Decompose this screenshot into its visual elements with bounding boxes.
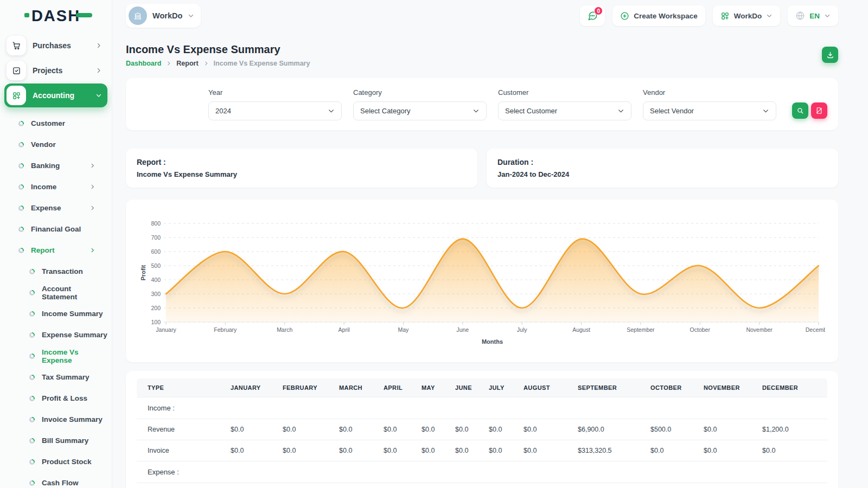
cell-value: $0.0 [278,440,335,461]
workspace-menu-button[interactable]: WorkDo [713,5,781,26]
chevron-down-icon [762,107,769,114]
cell-value: $0.0 [379,419,417,440]
sidebar-item-expense-summary[interactable]: Expense Summary [4,324,107,345]
page-title: Income Vs Expense Summary [126,43,310,56]
cell-value: $0.0 [417,440,451,461]
sidebar-item-transaction[interactable]: Transaction [4,261,107,282]
breadcrumb-dashboard[interactable]: Dashboard [126,60,161,67]
sidebar-item-expense[interactable]: Expense [4,197,107,219]
sidebar-item-label: Income Vs Expense [42,348,107,364]
sidebar-item-projects[interactable]: Projects [4,59,107,82]
sidebar-item-account-statement[interactable]: Account Statement [4,282,107,303]
page-title-block: Income Vs Expense Summary Dashboard Repo… [126,43,310,67]
cell-value: $0.0 [484,440,519,461]
income-vs-expense-chart: 800700600500400300200100JanuaryFebruaryM… [139,214,825,348]
cell-value: $0.0 [451,419,484,440]
bullet-icon [18,163,24,169]
sidebar-item-cash-flow[interactable]: Cash Flow [4,472,107,488]
create-workspace-label: Create Workspace [634,12,698,20]
sidebar-item-label: Cash Flow [42,479,79,487]
sidebar-item-banking[interactable]: Banking [4,155,107,176]
sidebar-item-product-stock[interactable]: Product Stock [4,451,107,472]
customer-select[interactable]: Select Customer [498,101,631,120]
notification-count-badge: 0 [594,7,603,15]
sidebar-item-tax-summary[interactable]: Tax Summary [4,367,107,388]
sidebar-item-label: Bill Summary [42,436,88,445]
chevron-down-icon [328,107,335,114]
cell-value: $0.0 [699,440,758,461]
chevron-right-icon [90,205,95,211]
sidebar-item-label: Transaction [42,267,83,275]
create-workspace-button[interactable]: Create Workspace [612,5,705,26]
svg-text:May: May [398,326,410,333]
apply-filter-button[interactable] [792,102,808,119]
sidebar-item-income-vs-expense[interactable]: Income Vs Expense [4,345,107,367]
app-logo[interactable]: DASH [31,7,80,25]
sidebar-item-invoice-summary[interactable]: Invoice Summary [4,409,107,430]
svg-text:100: 100 [151,319,161,325]
chevron-right-icon [95,42,102,49]
cell-value: $0.0 [519,419,573,440]
messages-button[interactable]: 0 [580,5,605,26]
svg-text:July: July [517,326,527,333]
workspace-switcher[interactable]: WorkDo [126,4,201,28]
logo-dash-accent [76,13,92,17]
bullet-icon [18,184,24,190]
svg-text:800: 800 [151,220,161,227]
income-expense-table: TYPE JANUARY FEBRUARY MARCH APRIL MAY JU… [137,378,827,483]
topbar: WorkDo 0 Create Workspace WorkDo [126,0,838,31]
bullet-icon [29,290,35,296]
bullet-icon [29,417,35,422]
main-content: WorkDo 0 Create Workspace WorkDo [112,0,868,488]
sidebar-item-purchases[interactable]: Purchases [4,34,107,57]
sidebar-menu: Purchases Projects Accounting [0,31,112,488]
sidebar-item-customer[interactable]: Customer [4,113,107,134]
sidebar-item-accounting[interactable]: Accounting [4,84,107,107]
bullet-icon [18,121,24,126]
sidebar-item-financial-goal[interactable]: Financial Goal [4,219,107,240]
language-label: EN [809,12,820,20]
svg-text:500: 500 [151,262,161,269]
vendor-select[interactable]: Select Vendor [643,101,776,120]
svg-text:November: November [746,326,773,333]
cell-value: $0.0 [758,440,827,461]
year-select[interactable]: 2024 [208,101,342,120]
category-select-value: Select Category [360,107,411,115]
sidebar-item-report[interactable]: Report [4,240,107,261]
sidebar-item-income-summary[interactable]: Income Summary [4,303,107,324]
chevron-down-icon [824,12,831,19]
cell-value: $313,320.5 [573,440,646,461]
reset-filter-button[interactable] [811,102,827,119]
sidebar-item-label: Banking [31,162,60,170]
customer-select-value: Select Customer [505,107,557,115]
svg-text:200: 200 [151,305,161,311]
bullet-icon [29,311,35,317]
bullet-icon [18,142,24,147]
language-selector[interactable]: EN [788,5,838,26]
summary-row: Report : Income Vs Expense Summary Durat… [126,149,838,188]
sidebar-item-profit-loss[interactable]: Profit & Loss [4,388,107,409]
sidebar-item-label: Accounting [33,91,74,100]
report-value: Income Vs Expense Summary [137,170,467,178]
cell-value: $0.0 [379,440,417,461]
sidebar-item-vendor[interactable]: Vendor [4,134,107,155]
logo-text: DASH [31,7,80,24]
app-root: DASH Purchases Projects [0,0,868,488]
plus-circle-icon [620,11,629,21]
breadcrumb-report[interactable]: Report [176,60,198,67]
year-select-value: 2024 [215,107,231,115]
svg-text:February: February [214,326,237,333]
sidebar-item-income[interactable]: Income [4,176,107,197]
download-button[interactable] [822,47,838,63]
column-header: JUNE [451,378,484,397]
duration-value: Jan-2024 to Dec-2024 [497,170,827,178]
column-header: NOVEMBER [699,378,758,397]
column-header: SEPTEMBER [573,378,646,397]
vendor-field: Vendor Select Vendor [643,88,776,120]
svg-text:700: 700 [151,234,161,241]
bullet-icon [29,396,35,401]
sidebar-item-bill-summary[interactable]: Bill Summary [4,430,107,451]
customer-label: Customer [498,88,631,97]
category-select[interactable]: Select Category [353,101,487,120]
sidebar-item-label: Profit & Loss [42,394,87,402]
